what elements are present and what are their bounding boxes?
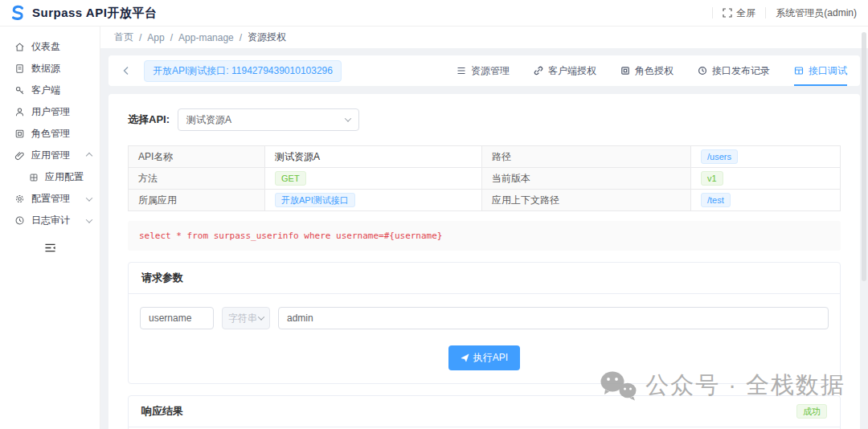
brand: Surpass API开放平台 [8,3,157,22]
tab-bar: 资源管理 客户端授权 角色授权 [457,55,847,86]
main-area: 首页 / App / App-manage / 资源授权 开放API测试接口: … [100,27,868,429]
sidebar-item-dashboard[interactable]: 仪表盘 [0,36,100,58]
execute-api-button[interactable]: 执行API [448,345,520,370]
frame-icon [620,66,630,76]
gear-icon [14,194,25,204]
api-select[interactable]: 测试资源A [178,108,359,131]
sql-preview: select * from surpass_userinfo where use… [128,221,841,251]
request-params-panel: 请求参数 字符串 [128,262,841,384]
app-badge: 开放API测试接口 [275,193,355,207]
fullscreen-button[interactable]: 全屏 [723,6,755,20]
chevron-up-icon [86,152,92,158]
app-root: Surpass API开放平台 全屏 系统管理员(admin) 仪表盘 [0,0,868,429]
clock-icon [14,215,25,226]
breadcrumb-separator: / [139,32,141,43]
divider [765,7,766,18]
detail-label: 所属应用 [129,190,265,210]
response-panel: 响应结果 成功 状态码 0 执行时间 123ms 消息 success [128,395,841,429]
divider [712,7,713,18]
app-config-icon [29,173,39,182]
scrollbar[interactable] [862,32,866,281]
sidebar-item-roles[interactable]: 角色管理 [0,123,100,145]
back-button[interactable] [121,66,131,76]
sidebar-collapse-button[interactable] [44,243,56,253]
breadcrumb-separator: / [170,32,173,43]
sidebar-item-datasource[interactable]: 数据源 [0,58,100,80]
role-icon [14,129,25,139]
context-path-badge: /test [701,193,731,207]
param-row: 字符串 [140,307,829,329]
chevron-left-icon [121,66,131,76]
header-actions: 全屏 系统管理员(admin) [712,6,857,20]
sidebar: 仪表盘 数据源 客户端 用户管理 [0,27,100,429]
path-badge: /users [701,149,738,164]
tab-resource-manage[interactable]: 资源管理 [457,55,510,86]
param-value-input[interactable] [278,307,829,329]
param-name-input[interactable] [140,307,214,329]
detail-label: 应用上下文路径 [482,190,691,210]
send-icon [461,353,469,362]
chevron-down-icon [86,216,92,223]
debug-panel: 选择API: 测试资源A API名称 测试资源A 路径 /users 方法 GE… [108,94,860,429]
detail-value: 测试资源A [265,146,482,168]
detail-label: API名称 [129,146,265,168]
clock-icon [698,66,707,76]
tab-publish-record[interactable]: 接口发布记录 [698,55,770,86]
response-status-badge: 成功 [796,404,827,419]
grid-icon [794,66,804,76]
api-id-badge: 开放API测试接口: 1194279439010103296 [144,60,342,82]
param-type-value: 字符串 [228,312,257,325]
datasource-icon [14,63,25,74]
chevron-down-icon [345,115,351,121]
fullscreen-icon [723,8,732,18]
response-title: 响应结果 [141,404,183,419]
api-select-value: 测试资源A [186,113,231,127]
version-badge: v1 [701,171,723,186]
tab-api-debug[interactable]: 接口调试 [794,55,847,86]
tab-client-auth[interactable]: 客户端授权 [534,55,596,86]
detail-label: 当前版本 [482,168,691,190]
breadcrumb-item[interactable]: App [147,32,164,43]
user-icon [14,107,25,117]
user-menu[interactable]: 系统管理员(admin) [776,6,857,20]
detail-label: 路径 [482,146,691,168]
api-detail-table: API名称 测试资源A 路径 /users 方法 GET 当前版本 v1 所属应… [128,145,841,211]
request-params-title: 请求参数 [141,271,183,285]
detail-label: 方法 [129,168,265,190]
key-icon [14,85,25,96]
menu-fold-icon [44,243,56,253]
breadcrumb-item-current: 资源授权 [248,31,286,44]
select-api-label: 选择API: [128,112,170,127]
breadcrumb: 首页 / App / App-manage / 资源授权 [100,27,868,48]
param-type-select[interactable]: 字符串 [222,307,270,329]
method-badge: GET [275,171,306,186]
breadcrumb-separator: / [240,32,242,43]
breadcrumb-item[interactable]: App-manage [178,32,234,43]
breadcrumb-item[interactable]: 首页 [114,31,133,44]
menu-lines-icon [457,66,466,76]
sidebar-item-client[interactable]: 客户端 [0,80,100,101]
top-header: Surpass API开放平台 全屏 系统管理员(admin) [0,0,868,27]
dashboard-icon [14,42,25,52]
chevron-down-icon [258,313,264,320]
app-title: Surpass API开放平台 [32,6,157,21]
link-icon [534,66,543,76]
toolbar: 开放API测试接口: 1194279439010103296 资源管理 客户端授… [108,55,860,86]
sidebar-item-config-manage[interactable]: 配置管理 [0,188,100,210]
sidebar-item-users[interactable]: 用户管理 [0,101,100,123]
sidebar-item-app-manage[interactable]: 应用管理 [0,145,100,166]
sidebar-item-log-audit[interactable]: 日志审计 [0,210,100,231]
tab-role-auth[interactable]: 角色授权 [620,55,674,86]
surpass-logo-icon [8,3,27,22]
sidebar-item-app-config[interactable]: 应用配置 [0,166,100,188]
paperclip-icon [14,150,25,161]
chevron-down-icon [86,194,92,201]
